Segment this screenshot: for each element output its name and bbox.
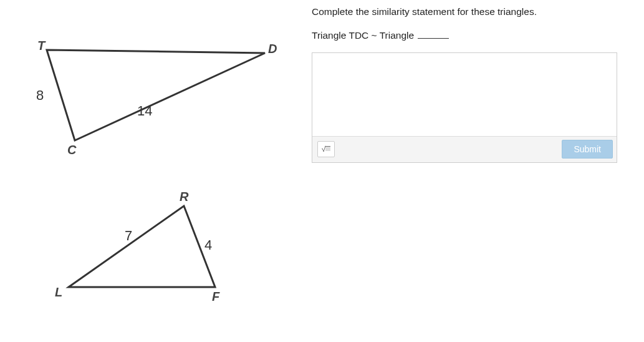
sqrt-icon: √ bbox=[322, 145, 331, 154]
answer-input[interactable] bbox=[312, 53, 617, 134]
vertex-d-label: D bbox=[268, 42, 277, 56]
question-text-1: Complete the similarity statement for th… bbox=[312, 6, 623, 17]
side-dc-label: 14 bbox=[137, 103, 152, 119]
svg-marker-1 bbox=[69, 206, 215, 287]
question-prefix: Triangle TDC ~ Triangle bbox=[312, 30, 414, 41]
vertex-r-label: R bbox=[180, 190, 189, 203]
side-tc-label: 8 bbox=[36, 87, 44, 103]
diagram-panel: T D C 8 14 R L F 7 4 bbox=[0, 0, 287, 342]
answer-blank bbox=[418, 29, 449, 39]
vertex-f-label: F bbox=[212, 290, 220, 303]
math-editor-button[interactable]: √ bbox=[317, 141, 335, 157]
side-rf-label: 4 bbox=[204, 237, 212, 253]
vertex-c-label: C bbox=[67, 143, 77, 157]
triangle-tdc: T D C 8 14 bbox=[19, 34, 287, 159]
side-lr-label: 7 bbox=[125, 228, 132, 243]
triangle-lrf: R L F 7 4 bbox=[44, 181, 249, 306]
svg-marker-0 bbox=[47, 50, 265, 140]
answer-toolbar: √ Submit bbox=[312, 136, 617, 162]
vertex-t-label: T bbox=[37, 39, 46, 52]
submit-button[interactable]: Submit bbox=[562, 140, 613, 159]
question-panel: Complete the similarity statement for th… bbox=[312, 0, 623, 163]
answer-container: √ Submit bbox=[312, 52, 617, 163]
question-text-2: Triangle TDC ~ Triangle bbox=[312, 29, 623, 41]
vertex-l-label: L bbox=[55, 285, 62, 299]
